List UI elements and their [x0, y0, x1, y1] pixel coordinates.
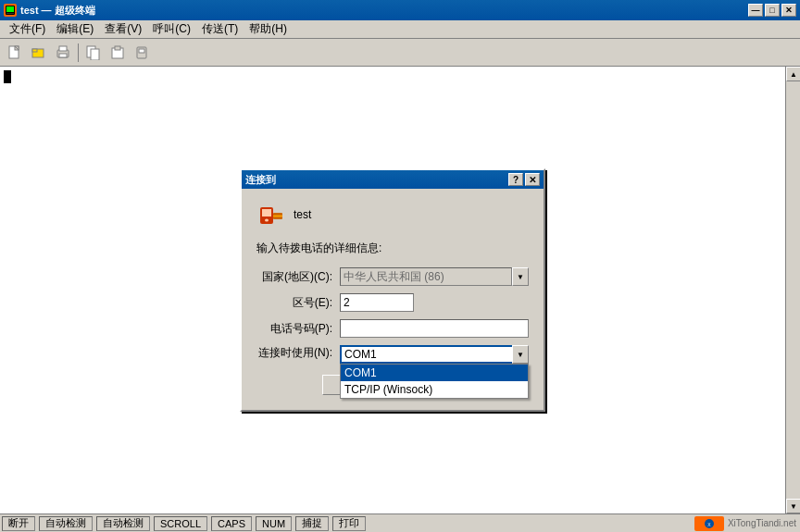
dialog-overlay: 连接到 ? ✕ test	[0, 67, 785, 513]
svg-rect-9	[59, 46, 67, 51]
close-button[interactable]: ✕	[781, 4, 796, 17]
status-auto-detect-2: 自动检测	[96, 516, 150, 531]
dropdown-item-com1[interactable]: COM1	[341, 365, 528, 381]
svg-rect-10	[59, 54, 67, 57]
dialog-title-buttons: ? ✕	[508, 173, 540, 186]
status-right: X XiTongTiandi.net	[694, 516, 800, 531]
app-icon	[4, 4, 17, 17]
menu-file[interactable]: 文件(F)	[4, 19, 51, 39]
status-auto-detect-1: 自动检测	[39, 516, 93, 531]
watermark-text: XiTongTiandi.net	[728, 518, 796, 528]
svg-rect-18	[262, 209, 271, 217]
title-bar: test — 超级终端 — □ ✕	[0, 0, 800, 20]
scroll-up-button[interactable]: ▲	[786, 67, 800, 81]
connect-using-row: 连接时使用(N): ▼ COM1 TCP/IP (Winsock)	[256, 345, 529, 364]
country-display: 中华人民共和国 (86)	[340, 267, 512, 286]
maximize-button[interactable]: □	[765, 4, 780, 17]
area-code-row: 区号(E):	[256, 293, 529, 312]
title-bar-left: test — 超级终端	[4, 4, 95, 18]
dialog-icon-row: test	[256, 200, 529, 229]
dialog-close-button[interactable]: ✕	[525, 173, 540, 186]
country-select-wrapper: 中华人民共和国 (86) ▼	[340, 267, 529, 286]
menu-bar: 文件(F) 编辑(E) 查看(V) 呼叫(C) 传送(T) 帮助(H)	[0, 20, 800, 39]
toolbar-phone[interactable]	[131, 43, 153, 63]
minimize-button[interactable]: —	[748, 4, 763, 17]
connection-name: test	[294, 208, 311, 221]
menu-call[interactable]: 呼叫(C)	[147, 19, 196, 39]
svg-rect-14	[115, 46, 120, 50]
connect-dropdown-list: COM1 TCP/IP (Winsock)	[340, 364, 529, 399]
status-disconnect: 断开	[2, 516, 35, 531]
svg-rect-2	[6, 13, 14, 14]
menu-view[interactable]: 查看(V)	[99, 19, 147, 39]
area-code-input[interactable]	[340, 293, 414, 312]
toolbar-print[interactable]	[52, 43, 74, 63]
status-scroll: SCROLL	[154, 516, 207, 531]
svg-rect-7	[32, 49, 37, 52]
phone-label: 电话号码(P):	[256, 321, 340, 337]
toolbar-new[interactable]	[4, 43, 26, 63]
toolbar	[0, 39, 800, 67]
menu-transfer[interactable]: 传送(T)	[196, 19, 244, 39]
toolbar-clipboard[interactable]	[106, 43, 129, 63]
svg-rect-12	[91, 49, 99, 60]
dialog-description: 输入待拨电话的详细信息:	[256, 241, 529, 256]
scrollbar-right[interactable]: ▲ ▼	[785, 67, 800, 513]
status-caps: CAPS	[211, 516, 252, 531]
watermark-area: X XiTongTiandi.net	[694, 516, 796, 531]
country-label: 国家(地区)(C):	[256, 269, 340, 285]
connect-dropdown-button[interactable]: ▼	[512, 345, 529, 364]
toolbar-open[interactable]	[28, 43, 50, 63]
dialog-content: test 输入待拨电话的详细信息: 国家(地区)(C): 中华人民共和国 (86…	[242, 189, 544, 410]
phone-row: 电话号码(P):	[256, 319, 529, 338]
svg-rect-16	[139, 49, 144, 53]
phone-input[interactable]	[340, 319, 529, 338]
toolbar-separator-1	[78, 43, 79, 62]
dialog-title-bar: 连接到 ? ✕	[242, 170, 544, 189]
window-title: test — 超级终端	[20, 4, 95, 18]
status-num: NUM	[256, 516, 292, 531]
svg-point-19	[265, 219, 269, 222]
area-code-label: 区号(E):	[256, 295, 340, 311]
connect-using-input[interactable]	[340, 345, 529, 364]
svg-rect-1	[6, 6, 14, 12]
country-dropdown-button[interactable]: ▼	[512, 267, 529, 286]
menu-help[interactable]: 帮助(H)	[244, 19, 293, 39]
title-bar-buttons: — □ ✕	[748, 4, 796, 17]
com-input-wrapper: ▼ COM1 TCP/IP (Winsock)	[340, 345, 529, 364]
status-print: 打印	[332, 516, 366, 531]
connection-icon	[256, 200, 286, 229]
country-row: 国家(地区)(C): 中华人民共和国 (86) ▼	[256, 267, 529, 286]
dialog-help-button[interactable]: ?	[508, 173, 523, 186]
watermark-icon: X	[694, 516, 724, 531]
dropdown-item-tcpip[interactable]: TCP/IP (Winsock)	[341, 381, 528, 398]
dialog-title: 连接到	[245, 173, 276, 187]
toolbar-copy-paste[interactable]	[82, 43, 105, 63]
menu-edit[interactable]: 编辑(E)	[51, 19, 99, 39]
status-bar: 断开 自动检测 自动检测 SCROLL CAPS NUM 捕捉 打印 X XiT…	[0, 513, 800, 532]
connect-using-label: 连接时使用(N):	[256, 345, 340, 361]
scroll-down-button[interactable]: ▼	[786, 499, 800, 513]
connect-to-dialog: 连接到 ? ✕ test	[240, 168, 545, 412]
status-capture: 捕捉	[295, 516, 329, 531]
